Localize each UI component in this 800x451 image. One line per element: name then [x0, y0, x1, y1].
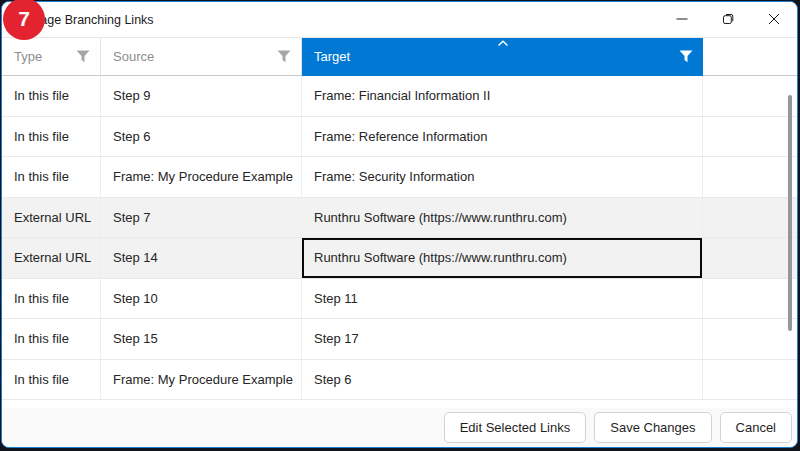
- filter-icon-active[interactable]: [679, 50, 693, 63]
- vertical-scrollbar[interactable]: [788, 95, 792, 331]
- minimize-button[interactable]: [659, 2, 705, 37]
- cancel-button[interactable]: Cancel: [720, 412, 792, 443]
- column-label: Target: [314, 49, 350, 64]
- table-row[interactable]: In this file Step 6 Frame: Reference Inf…: [2, 117, 797, 158]
- cell-target[interactable]: Step 11: [302, 279, 703, 320]
- cell-type[interactable]: In this file: [2, 76, 101, 117]
- cell-target[interactable]: Frame: Security Information: [302, 157, 703, 198]
- table-row-selected[interactable]: External URL Step 7 Runthru Software (ht…: [2, 198, 797, 239]
- dialog-footer: Edit Selected Links Save Changes Cancel: [2, 408, 797, 447]
- column-header-type[interactable]: Type: [2, 38, 101, 76]
- restore-icon: [722, 11, 735, 29]
- window-controls: [659, 2, 797, 37]
- table-row[interactable]: In this file Step 10 Step 11: [2, 279, 797, 320]
- cell-target[interactable]: Frame: Financial Information II: [302, 76, 703, 117]
- cell-source[interactable]: Step 6: [101, 117, 302, 158]
- cell-type[interactable]: External URL: [2, 238, 101, 279]
- column-header-source[interactable]: Source: [101, 38, 302, 76]
- cell-filler: [703, 198, 797, 239]
- close-button[interactable]: [751, 2, 797, 37]
- cell-target-focused[interactable]: Runthru Software (https://www.runthru.co…: [302, 238, 703, 279]
- cell-type[interactable]: In this file: [2, 157, 101, 198]
- table-row[interactable]: In this file Frame: My Procedure Example…: [2, 157, 797, 198]
- cell-target[interactable]: Step 17: [302, 319, 703, 360]
- table-row[interactable]: In this file Frame: My Procedure Example…: [2, 360, 797, 401]
- edit-selected-links-button[interactable]: Edit Selected Links: [444, 412, 587, 443]
- cell-filler: [703, 157, 797, 198]
- dialog-window: Manage Branching Links: [1, 1, 798, 448]
- cell-source[interactable]: Step 9: [101, 76, 302, 117]
- cell-type[interactable]: External URL: [2, 198, 101, 239]
- table-row-selected[interactable]: External URL Step 14 Runthru Software (h…: [2, 238, 797, 279]
- cell-filler: [703, 360, 797, 401]
- table-row[interactable]: In this file Step 9 Frame: Financial Inf…: [2, 76, 797, 117]
- cell-type[interactable]: In this file: [2, 117, 101, 158]
- step-badge-number: 7: [18, 7, 30, 31]
- cell-type[interactable]: In this file: [2, 319, 101, 360]
- cell-source[interactable]: Step 7: [101, 198, 302, 239]
- maximize-button[interactable]: [705, 2, 751, 37]
- cell-source[interactable]: Frame: My Procedure Example: [101, 360, 302, 401]
- close-icon: [768, 11, 780, 29]
- filter-icon[interactable]: [76, 50, 90, 63]
- column-label: Source: [113, 49, 154, 64]
- cell-filler: [703, 76, 797, 117]
- grid-header: Type Source Target: [2, 38, 797, 76]
- cell-source[interactable]: Step 15: [101, 319, 302, 360]
- step-badge: 7: [3, 0, 45, 40]
- cell-target[interactable]: Frame: Reference Information: [302, 117, 703, 158]
- column-header-filler: [703, 38, 797, 76]
- cell-filler: [703, 319, 797, 360]
- cell-source[interactable]: Step 14: [101, 238, 302, 279]
- cell-type[interactable]: In this file: [2, 279, 101, 320]
- column-header-target[interactable]: Target: [302, 38, 703, 76]
- cell-filler: [703, 238, 797, 279]
- cell-target[interactable]: Runthru Software (https://www.runthru.co…: [302, 198, 703, 239]
- cell-filler: [703, 279, 797, 320]
- cell-target[interactable]: Step 6: [302, 360, 703, 401]
- filter-icon[interactable]: [277, 50, 291, 63]
- minimize-icon: [676, 11, 688, 29]
- save-changes-button[interactable]: Save Changes: [594, 412, 711, 443]
- grid-body: In this file Step 9 Frame: Financial Inf…: [2, 76, 797, 408]
- cell-type[interactable]: In this file: [2, 360, 101, 401]
- cell-filler: [703, 117, 797, 158]
- cell-source[interactable]: Step 10: [101, 279, 302, 320]
- sort-ascending-icon: [497, 40, 509, 47]
- cell-source[interactable]: Frame: My Procedure Example: [101, 157, 302, 198]
- table-row[interactable]: In this file Step 15 Step 17: [2, 319, 797, 360]
- title-bar: Manage Branching Links: [2, 2, 797, 38]
- column-label: Type: [14, 49, 42, 64]
